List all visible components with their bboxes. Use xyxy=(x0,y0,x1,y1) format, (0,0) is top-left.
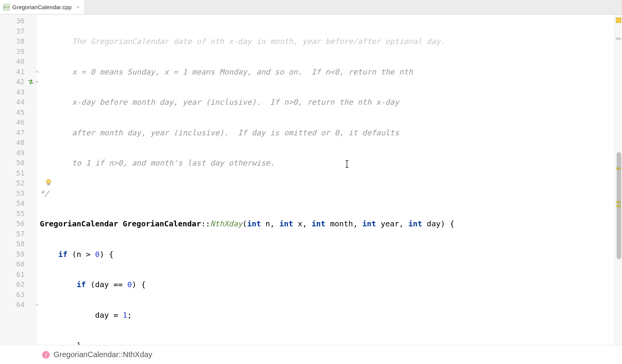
line-number[interactable]: 38 xyxy=(0,36,37,47)
line-number[interactable]: 49 xyxy=(0,148,37,158)
code-line[interactable]: GregorianCalendar GregorianCalendar::Nth… xyxy=(37,219,614,229)
line-number[interactable]: 60 xyxy=(0,259,37,270)
marker[interactable] xyxy=(616,205,621,207)
svg-rect-1 xyxy=(47,184,50,185)
line-number[interactable]: 59 xyxy=(0,249,37,260)
line-number[interactable]: 36 xyxy=(0,16,37,26)
line-number[interactable]: 46 xyxy=(0,117,37,128)
line-number[interactable]: 45 xyxy=(0,107,37,118)
cpp-file-icon: c++ xyxy=(3,4,10,11)
line-number[interactable]: 64 xyxy=(0,300,37,310)
line-number[interactable]: 54 xyxy=(0,198,37,209)
intention-bulb-icon[interactable] xyxy=(44,178,53,187)
marker[interactable] xyxy=(616,37,621,40)
breadcrumb-path[interactable]: GregorianCalendar::NthXday xyxy=(54,350,152,359)
line-number[interactable]: 52 xyxy=(0,178,37,188)
breadcrumb[interactable]: f GregorianCalendar::NthXday xyxy=(0,345,622,364)
line-number[interactable]: 57 xyxy=(0,229,37,239)
line-number[interactable]: 39 xyxy=(0,47,37,57)
code-line[interactable]: */ xyxy=(37,188,614,199)
code-line[interactable]: if (n > 0) { xyxy=(37,249,614,260)
line-number[interactable]: 55 xyxy=(0,209,37,219)
code-line[interactable]: to 1 if n>0, and month's last day otherw… xyxy=(37,158,614,168)
line-number[interactable]: 43 xyxy=(0,87,37,98)
line-number[interactable]: 58 xyxy=(0,239,37,249)
marker[interactable] xyxy=(616,201,621,203)
line-number[interactable]: 53 xyxy=(0,188,37,199)
code-area[interactable]: The GregorianCalendar date of nth x-day … xyxy=(37,15,614,345)
line-number[interactable]: 62 xyxy=(0,280,37,290)
line-number[interactable]: 44 xyxy=(0,97,37,107)
code-line[interactable]: x-day before month day, year (inclusive)… xyxy=(37,97,614,107)
analysis-status-icon[interactable] xyxy=(616,18,621,23)
file-tab[interactable]: c++ GregorianCalendar.cpp × xyxy=(0,0,85,14)
editor-tab-bar: c++ GregorianCalendar.cpp × xyxy=(0,0,622,15)
file-tab-label: GregorianCalendar.cpp xyxy=(12,4,72,10)
function-icon: f xyxy=(42,351,50,359)
text-cursor-icon xyxy=(316,149,323,158)
code-line[interactable]: day = 1; xyxy=(37,310,614,320)
line-number[interactable]: 63 xyxy=(0,290,37,300)
line-number[interactable]: 48 xyxy=(0,138,37,148)
line-number[interactable]: 41 xyxy=(0,67,37,77)
code-line[interactable]: x = 0 means Sunday, x = 1 means Monday, … xyxy=(37,67,614,77)
code-line[interactable]: The GregorianCalendar date of nth x-day … xyxy=(37,36,614,47)
code-line[interactable]: after month day, year (inclusive). If da… xyxy=(37,128,614,138)
line-number[interactable]: 50 xyxy=(0,158,37,168)
marker-strip[interactable] xyxy=(614,15,622,345)
marker[interactable] xyxy=(616,167,621,170)
line-number[interactable]: 47 xyxy=(0,128,37,138)
line-number[interactable]: 40 xyxy=(0,57,37,67)
svg-point-0 xyxy=(46,179,51,184)
code-line[interactable]: } xyxy=(37,340,614,345)
line-number[interactable]: 61 xyxy=(0,270,37,280)
line-number[interactable]: 42 xyxy=(0,77,37,87)
line-number[interactable]: 37 xyxy=(0,26,37,37)
line-number-gutter[interactable]: 3637383940414243444546474849505152535455… xyxy=(0,15,37,345)
code-line[interactable]: if (day == 0) { xyxy=(37,280,614,290)
editor: 3637383940414243444546474849505152535455… xyxy=(0,15,614,345)
line-number[interactable]: 51 xyxy=(0,168,37,179)
close-tab-icon[interactable]: × xyxy=(75,5,81,10)
line-number[interactable]: 56 xyxy=(0,219,37,229)
